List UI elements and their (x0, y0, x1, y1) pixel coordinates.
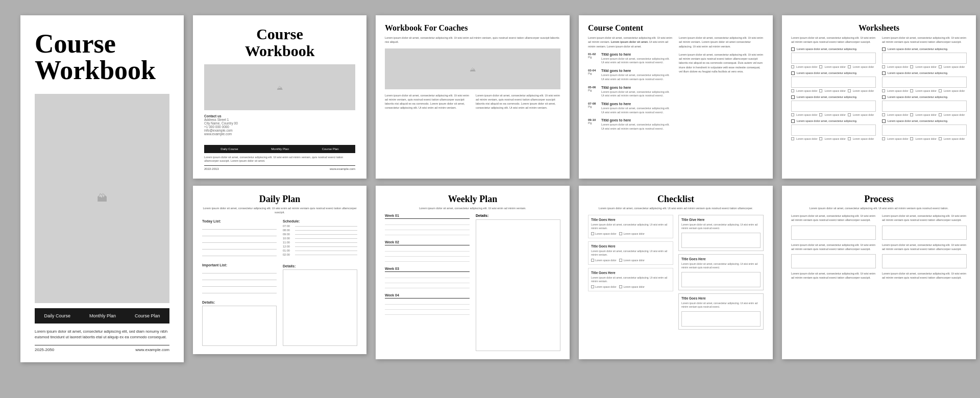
ws-input-box[interactable] (882, 53, 967, 64)
process-box[interactable] (791, 226, 876, 240)
nav-daily-course[interactable]: Daily Course (44, 313, 70, 318)
ws-check-row: Lorem space dolor Lorem space dolor Lore… (882, 137, 967, 140)
process-two-col: Lorem ipsum dolor sit amet, consectetur … (791, 214, 967, 283)
col-2: Course Workbook Contact us Address Stree… (193, 15, 366, 354)
check-box[interactable] (910, 113, 913, 116)
coach-page: Workbook For Coaches Lorem ipsum dolor s… (376, 15, 570, 179)
coach-title: Workbook For Coaches (385, 23, 560, 33)
wb-nav-daily[interactable]: Daily Course (220, 147, 238, 151)
checklist-two-col: Title Goes Here Lorem ipsum dolor sit am… (588, 215, 764, 330)
nav-course-plan[interactable]: Course Plan (135, 313, 160, 318)
check-box[interactable] (791, 89, 794, 92)
check-box[interactable] (819, 65, 822, 68)
ws-input-box[interactable] (791, 125, 876, 136)
dp-left: Today List: Important List: (202, 219, 277, 346)
checklist-item-title: Title Goes Here (591, 271, 670, 275)
checklist-col-left: Title Goes Here Lorem ipsum dolor sit am… (588, 215, 673, 330)
details-section-left: Details: (202, 301, 277, 346)
wb-nav: Daily Course Monthly Plan Course Plan (204, 145, 355, 153)
process-text: Lorem ipsum dolor sit amet, consectetur … (791, 214, 876, 222)
details-box-right[interactable] (283, 269, 357, 346)
content-intro-right: Lorem ipsum dolor sit amet, consectetur … (679, 36, 764, 48)
nav-monthly-plan[interactable]: Monthly Plan (89, 313, 116, 318)
check-box[interactable] (848, 89, 851, 92)
check-box[interactable] (848, 113, 851, 116)
content-item-text: Titld goes to here Lorem ipsum dolor sit… (601, 118, 673, 131)
ws-checkbox[interactable] (791, 47, 795, 51)
ws-item-text: Lorem space dolor amet, consectetur adip… (797, 47, 857, 51)
check-box[interactable] (882, 65, 885, 68)
check-box[interactable] (882, 137, 885, 140)
checklist-col-right: Title Give Here Lorem ipsum dolor sit am… (678, 215, 764, 330)
ws-two-col: Lorem ipsum dolor sit amet, consectetur … (791, 36, 967, 143)
checklist-item: Title Give Here Lorem ipsum dolor sit am… (678, 215, 764, 251)
checklist-item-title: Title Goes Here (591, 218, 670, 221)
check-box[interactable] (939, 89, 942, 92)
check-box[interactable] (791, 113, 794, 116)
content-item-num: 07-08Pg (588, 102, 598, 114)
ws-input-box[interactable] (791, 53, 876, 64)
weekly-details-box[interactable] (476, 219, 560, 351)
ws-checkbox[interactable] (791, 71, 795, 75)
process-box[interactable] (791, 254, 876, 268)
coach-image (385, 48, 560, 89)
sched-line (295, 226, 357, 227)
check-box[interactable] (882, 113, 885, 116)
check-box[interactable] (882, 89, 885, 92)
check-box[interactable] (910, 89, 913, 92)
sched-line (295, 234, 357, 235)
wb-nav-course[interactable]: Course Plan (322, 147, 339, 151)
ws-checkbox[interactable] (791, 95, 795, 99)
check-box[interactable] (791, 137, 794, 140)
dp-right: Schedule: 07:00 08:00 09:00 (283, 219, 357, 346)
week-01-label: Week 01 (385, 214, 470, 219)
ws-checkbox[interactable] (791, 119, 795, 123)
ws-check-row: Lorem space dolor Lorem space dolor Lore… (791, 65, 876, 68)
cover-date: 2025-2050 (35, 347, 54, 352)
wb-nav-monthly[interactable]: Monthly Plan (271, 147, 289, 151)
ws-checkbox[interactable] (882, 95, 886, 99)
ws-item-text: Lorem space dolor amet, consectetur adip… (797, 119, 857, 122)
ws-checkbox[interactable] (882, 47, 886, 51)
ws-input-box[interactable] (791, 101, 876, 112)
sched-time: 10:00 (283, 237, 293, 240)
check-box[interactable] (819, 89, 822, 92)
week-02-label: Week 02 (385, 240, 470, 245)
ws-input-box[interactable] (791, 77, 876, 88)
checklist-check-row: Lorem space dolor Lorem space dolor (591, 232, 670, 235)
ws-item: Lorem space dolor amet, consectetur adip… (882, 119, 967, 140)
ws-input-box[interactable] (882, 125, 967, 136)
checklist-item-text: Lorem ipsum dolor sit amet, consectetur … (591, 250, 670, 257)
details-box[interactable] (202, 306, 277, 346)
dp-line (202, 251, 277, 256)
check-box[interactable] (910, 65, 913, 68)
ws-check-row: Lorem space dolor Lorem space dolor Lore… (791, 137, 876, 140)
dp-line (202, 238, 277, 243)
check-box[interactable] (819, 113, 822, 116)
checklist-item-title: Title Goes Here (681, 296, 761, 300)
ws-checkbox[interactable] (882, 119, 886, 123)
check-box[interactable] (939, 113, 942, 116)
check-box[interactable] (848, 65, 851, 68)
process-box[interactable] (882, 254, 967, 268)
check-box[interactable] (910, 137, 913, 140)
ws-input-box[interactable] (882, 77, 967, 88)
check-box[interactable] (791, 65, 794, 68)
weekly-body: Week 01 Week 02 Week 03 Week 04 (385, 214, 560, 351)
content-item-num: 01-02Pg (588, 53, 598, 65)
check-box[interactable] (819, 137, 822, 140)
ws-checkbox[interactable] (882, 71, 886, 75)
ws-item: Lorem space dolor amet, consectetur adip… (791, 71, 876, 92)
check-box[interactable] (939, 65, 942, 68)
check-box[interactable] (939, 137, 942, 140)
weekly-details-label: Details: (476, 214, 560, 217)
ws-intro-left: Lorem ipsum dolor sit amet, consectetur … (791, 36, 876, 44)
coach-col-left: Lorem ipsum dolor sit amet, consectetur … (385, 93, 470, 110)
content-two-col: Lorem ipsum dolor sit amet, consectetur … (588, 36, 764, 135)
checklist-item-text: Lorem ipsum dolor sit amet, consectetur … (681, 223, 761, 230)
ws-input-box[interactable] (882, 101, 967, 112)
process-text: Lorem ipsum dolor sit amet, consectetur … (791, 271, 876, 280)
check-box[interactable] (848, 137, 851, 140)
process-box[interactable] (882, 226, 967, 240)
process-col-left: Lorem ipsum dolor sit amet, consectetur … (791, 214, 876, 283)
